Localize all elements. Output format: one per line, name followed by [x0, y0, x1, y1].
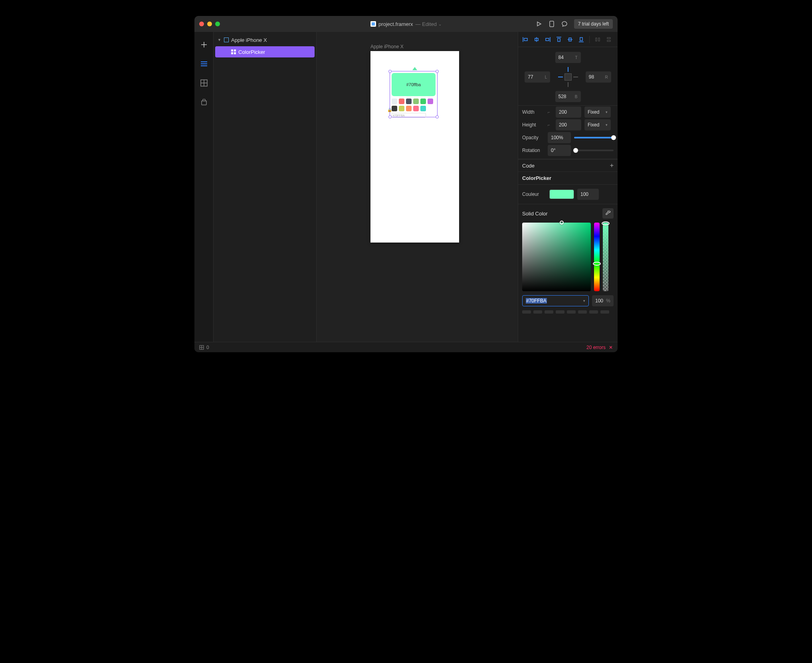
resize-handle-tr[interactable]	[436, 70, 439, 73]
status-bar: 0 20 errors ✕	[194, 342, 618, 352]
rotation-slider[interactable]	[574, 150, 614, 151]
couleur-label: Couleur	[522, 191, 546, 197]
app-window: project.framerx — Edited ⌄ 7 trial days …	[194, 16, 618, 352]
resize-handle-bl[interactable]	[388, 115, 392, 118]
add-tool-icon[interactable]	[200, 41, 208, 49]
palette-swatch[interactable]	[413, 106, 419, 111]
height-label: Height	[522, 122, 545, 128]
palette-swatch[interactable]	[428, 99, 433, 104]
palette-swatch[interactable]	[399, 106, 404, 111]
components-tool-icon[interactable]	[200, 79, 208, 87]
palette-swatch[interactable]	[420, 106, 426, 111]
layer-row-root[interactable]: ▼ Apple iPhone X	[214, 34, 316, 45]
palette-swatch[interactable]	[413, 99, 419, 104]
selection-outline[interactable]: #70ffba #70FFBA	[390, 71, 438, 117]
pos-b-field[interactable]: 528B	[555, 91, 581, 102]
zoom-window-button[interactable]	[215, 22, 220, 26]
couleur-alpha-field[interactable]: 100	[577, 189, 599, 200]
hex-chevron-icon[interactable]: ▾	[583, 299, 585, 303]
pos-t-field[interactable]: 84T	[555, 52, 581, 63]
align-center-h-icon[interactable]	[533, 36, 540, 43]
resize-handle-br[interactable]	[436, 115, 439, 118]
alpha-slider[interactable]	[603, 223, 608, 291]
recent-swatch[interactable]	[600, 310, 609, 314]
anchor-widget[interactable]	[557, 65, 580, 89]
recent-swatch[interactable]	[545, 310, 553, 314]
add-code-icon[interactable]: +	[610, 162, 614, 169]
layer-label: Apple iPhone X	[231, 37, 267, 43]
chat-button[interactable]	[561, 21, 568, 27]
align-top-icon[interactable]	[556, 36, 562, 43]
align-bottom-icon[interactable]	[578, 36, 584, 43]
canvas[interactable]: Apple iPhone X 🔒 #70ffba #70FFBA	[317, 32, 518, 342]
sv-cursor[interactable]	[560, 221, 564, 225]
artboard[interactable]: 🔒 #70ffba #70FFBA	[370, 51, 459, 243]
status-count: 0	[206, 345, 209, 350]
recent-swatch[interactable]	[522, 310, 531, 314]
recent-swatch[interactable]	[556, 310, 564, 314]
minimize-window-button[interactable]	[207, 22, 212, 26]
swatch-hex-label: #70ffba	[406, 82, 421, 87]
palette-swatch[interactable]	[420, 99, 426, 104]
couleur-row: Couleur 100	[518, 185, 618, 204]
filename: project.framerx	[378, 21, 413, 27]
traffic-lights	[199, 22, 220, 26]
close-errors-icon[interactable]: ✕	[609, 345, 613, 350]
recent-swatch[interactable]	[533, 310, 542, 314]
color-picker-area	[518, 223, 618, 291]
preview-play-button[interactable]	[536, 21, 542, 27]
selected-swatch[interactable]: #70ffba	[392, 73, 436, 96]
svg-rect-6	[596, 38, 597, 41]
colorpicker-component[interactable]: #70ffba #70FFBA	[392, 73, 436, 118]
palette-swatch[interactable]	[406, 99, 412, 104]
status-errors[interactable]: 20 errors ✕	[586, 345, 613, 350]
rotation-field[interactable]: 0°	[548, 145, 571, 156]
grid-icon	[199, 345, 204, 350]
saturation-value-box[interactable]	[522, 223, 591, 291]
lock-top-icon[interactable]: ⌐	[548, 110, 553, 114]
palette-swatch[interactable]	[399, 99, 404, 104]
width-field[interactable]: 200	[556, 107, 581, 118]
close-window-button[interactable]	[199, 22, 204, 26]
hex-input[interactable]: #70FFBA ▾	[522, 295, 589, 306]
recent-swatch[interactable]	[578, 310, 587, 314]
distribute-v-icon[interactable]	[606, 36, 612, 43]
pos-l-field[interactable]: 77L	[525, 71, 550, 83]
hue-slider[interactable]	[594, 223, 600, 291]
eyedropper-button[interactable]	[602, 208, 614, 219]
opacity-slider[interactable]	[574, 137, 614, 138]
disclosure-icon[interactable]: ▼	[218, 38, 222, 42]
alpha-pct-field[interactable]: 100%	[592, 295, 614, 306]
hue-cursor[interactable]	[593, 262, 601, 266]
palette-swatch[interactable]	[392, 106, 397, 111]
distribute-h-icon[interactable]	[594, 36, 601, 43]
width-mode-select[interactable]: Fixed▾	[584, 107, 611, 118]
palette-swatch[interactable]	[392, 99, 397, 104]
trial-days-button[interactable]: 7 trial days left	[574, 19, 613, 29]
width-label: Width	[522, 109, 545, 115]
opacity-field[interactable]: 100%	[548, 132, 571, 143]
resize-handle-tl[interactable]	[388, 70, 392, 73]
position-constraints: 84T 77L 98R 528B	[518, 47, 618, 106]
recent-swatch[interactable]	[567, 310, 576, 314]
palette-swatch[interactable]	[406, 106, 412, 111]
layers-tool-icon[interactable]	[200, 60, 208, 68]
pos-r-field[interactable]: 98R	[586, 71, 611, 83]
layer-row-colorpicker[interactable]: ColorPicker	[215, 46, 315, 57]
align-right-icon[interactable]	[545, 36, 551, 43]
status-left[interactable]: 0	[199, 345, 209, 350]
recent-swatch[interactable]	[589, 310, 598, 314]
alpha-cursor[interactable]	[602, 221, 610, 225]
mini-hex-input[interactable]: #70FFBA	[392, 113, 426, 118]
height-mode-select[interactable]: Fixed▾	[584, 119, 611, 130]
component-name-label: ColorPicker	[518, 172, 618, 185]
align-left-icon[interactable]	[522, 36, 529, 43]
store-tool-icon[interactable]	[200, 98, 208, 106]
device-preview-button[interactable]	[549, 21, 555, 27]
couleur-swatch[interactable]	[549, 189, 574, 199]
lock-bottom-icon[interactable]: ⌐	[548, 123, 553, 127]
code-section-header[interactable]: Code +	[518, 159, 618, 172]
height-field[interactable]: 200	[556, 119, 581, 130]
artboard-label[interactable]: Apple iPhone X	[370, 44, 404, 49]
align-middle-v-icon[interactable]	[567, 36, 573, 43]
